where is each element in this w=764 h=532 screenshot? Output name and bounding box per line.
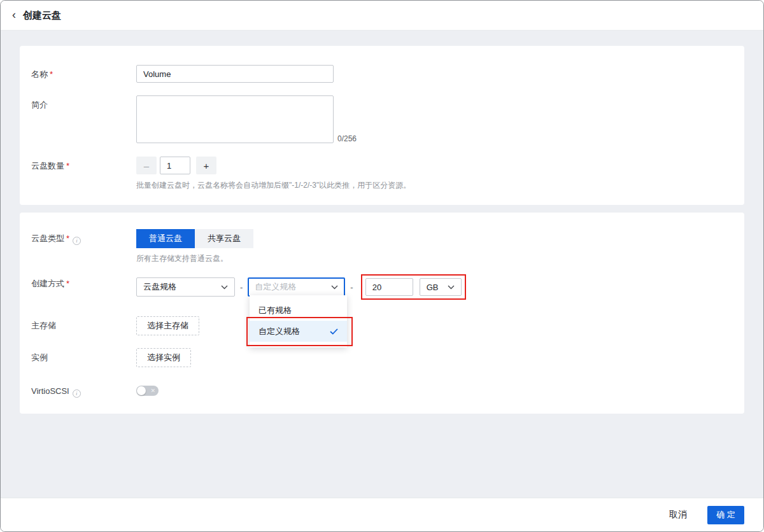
- chevron-down-icon: [448, 285, 455, 290]
- create-mode-row: 创建方式* 云盘规格 - 自定义规格: [31, 274, 733, 300]
- disk-type-label-text: 云盘类型: [31, 234, 64, 243]
- toggle-off-icon: ✕: [150, 388, 155, 394]
- spec-select[interactable]: 自定义规格: [248, 277, 345, 297]
- cancel-button[interactable]: 取消: [669, 509, 687, 521]
- unit-select[interactable]: GB: [420, 278, 462, 296]
- action-footer: 取消 确 定: [1, 498, 763, 531]
- virtioscsi-toggle[interactable]: ✕: [136, 386, 159, 396]
- select-primary-storage-button[interactable]: 选择主存储: [136, 316, 199, 335]
- check-icon: [330, 328, 338, 335]
- name-row: 名称*: [31, 65, 733, 83]
- chevron-down-icon: [331, 285, 338, 290]
- required-asterisk: *: [66, 161, 69, 171]
- decrement-button[interactable]: –: [136, 157, 157, 174]
- toggle-knob: [137, 386, 146, 395]
- size-highlight-box: GB: [361, 274, 466, 300]
- field-separator: -: [240, 283, 243, 292]
- mode-select-value: 云盘规格: [143, 281, 176, 293]
- required-asterisk: *: [66, 279, 69, 288]
- description-label: 简介: [31, 95, 136, 111]
- count-label: 云盘数量*: [31, 157, 136, 172]
- count-row: 云盘数量* – + 批量创建云盘时，云盘名称将会自动增加后缀"-1/-2/-3"…: [31, 157, 733, 191]
- disk-type-help-text: 所有主存储支持普通云盘。: [136, 253, 253, 264]
- count-label-text: 云盘数量: [31, 161, 64, 171]
- mode-select[interactable]: 云盘规格: [136, 277, 235, 297]
- size-input[interactable]: [365, 278, 413, 296]
- description-field-wrap: 0/256: [136, 95, 357, 143]
- count-field-area: – + 批量创建云盘时，云盘名称将会自动增加后缀"-1/-2/-3"以此类推，用…: [136, 157, 411, 191]
- confirm-button[interactable]: 确 定: [707, 506, 744, 524]
- chevron-down-icon: [221, 285, 228, 290]
- instance-label: 实例: [31, 348, 136, 363]
- primary-storage-label: 主存储: [31, 316, 136, 332]
- primary-storage-row: 主存储 选择主存储: [31, 316, 733, 335]
- spec-select-placeholder: 自定义规格: [255, 281, 296, 293]
- info-icon[interactable]: i: [73, 237, 81, 245]
- create-volume-window: ‹ 创建云盘 名称* 简介 0/256: [0, 0, 764, 532]
- description-label-text: 简介: [31, 100, 48, 109]
- dropdown-option-existing-spec[interactable]: 已有规格: [250, 300, 347, 321]
- count-stepper: – +: [136, 157, 411, 174]
- required-asterisk: *: [50, 69, 53, 79]
- virtioscsi-label-text: VirtioSCSI: [31, 386, 69, 396]
- basic-info-card: 名称* 简介 0/256 云盘数量* –: [20, 46, 744, 205]
- tab-shared-disk[interactable]: 共享云盘: [195, 229, 253, 248]
- description-textarea[interactable]: [136, 95, 334, 143]
- increment-button[interactable]: +: [196, 157, 216, 174]
- back-icon[interactable]: ‹: [12, 9, 16, 22]
- instance-row: 实例 选择实例: [31, 348, 733, 367]
- form-body: 名称* 简介 0/256 云盘数量* –: [1, 31, 763, 498]
- page-title: 创建云盘: [23, 10, 61, 22]
- disk-config-card: 云盘类型*i 普通云盘 共享云盘 所有主存储支持普通云盘。 创建方式* 云盘规格: [20, 213, 744, 414]
- tab-normal-disk[interactable]: 普通云盘: [136, 229, 195, 248]
- dropdown-option-label: 已有规格: [258, 305, 292, 316]
- name-input[interactable]: [136, 65, 334, 83]
- create-mode-label: 创建方式*: [31, 274, 136, 290]
- unit-select-value: GB: [427, 283, 439, 292]
- dropdown-option-label: 自定义规格: [258, 326, 300, 337]
- create-mode-label-text: 创建方式: [31, 279, 64, 288]
- disk-type-tabs: 普通云盘 共享云盘: [136, 229, 253, 248]
- primary-storage-label-text: 主存储: [31, 321, 56, 330]
- instance-label-text: 实例: [31, 353, 48, 362]
- disk-type-field-area: 普通云盘 共享云盘 所有主存储支持普通云盘。: [136, 229, 253, 264]
- count-help-text: 批量创建云盘时，云盘名称将会自动增加后缀"-1/-2/-3"以此类推，用于区分资…: [136, 180, 411, 191]
- char-counter: 0/256: [337, 134, 357, 143]
- name-label-text: 名称: [31, 69, 48, 79]
- disk-type-row: 云盘类型*i 普通云盘 共享云盘 所有主存储支持普通云盘。: [31, 229, 733, 264]
- disk-type-label: 云盘类型*i: [31, 229, 136, 245]
- select-instance-button[interactable]: 选择实例: [136, 348, 191, 367]
- count-input[interactable]: [160, 157, 190, 174]
- field-separator: -: [350, 283, 353, 292]
- dropdown-option-custom-spec[interactable]: 自定义规格: [250, 321, 347, 342]
- spec-dropdown-menu: 已有规格 自定义规格: [250, 295, 347, 347]
- page-header: ‹ 创建云盘: [1, 1, 763, 31]
- name-label: 名称*: [31, 65, 136, 80]
- virtioscsi-label: VirtioSCSIi: [31, 382, 136, 398]
- description-row: 简介 0/256: [31, 95, 733, 143]
- required-asterisk: *: [66, 234, 69, 243]
- info-icon[interactable]: i: [73, 389, 81, 398]
- virtioscsi-row: VirtioSCSIi ✕: [31, 382, 733, 398]
